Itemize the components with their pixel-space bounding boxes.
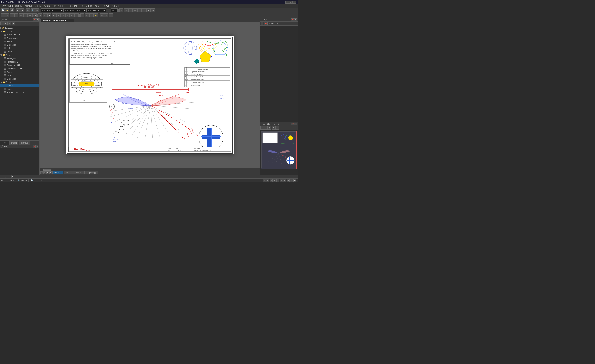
redo-button[interactable]: ↷ <box>20 8 24 12</box>
status-btn-3[interactable]: □ <box>269 179 273 182</box>
snap-btn-5[interactable]: ⌂ <box>137 8 142 12</box>
layer-edit-btn[interactable]: ✏ <box>8 22 11 25</box>
zoom-out-button[interactable]: 🔍 <box>30 8 35 12</box>
snap-btn-6[interactable]: × <box>142 8 146 12</box>
group-btn[interactable]: G <box>89 13 93 17</box>
doc-tab-sample01[interactable]: RootProCAD Sample01.rpcd ✕ <box>40 19 74 22</box>
tree-item-temporary[interactable]: 📁 Temporary <box>0 26 39 30</box>
line-type-combo[interactable]: レイヤ線種（実線） <box>64 8 86 12</box>
tree-item-wave[interactable]: Wave <box>0 70 39 74</box>
grid-btn[interactable]: ⊞ <box>104 13 108 17</box>
draw-line[interactable]: / <box>1 13 5 17</box>
layer-add-btn[interactable]: + <box>0 22 4 25</box>
menu-tools[interactable]: ツール(T) <box>53 4 64 8</box>
vc-pin-button[interactable]: 📌 <box>291 123 294 125</box>
cmd-close-button[interactable]: ✕ <box>294 18 297 21</box>
props-close-button[interactable]: ✕ <box>36 145 38 148</box>
delete-btn[interactable]: ✕ <box>74 13 79 17</box>
vc-zoom-in[interactable]: + <box>260 126 264 130</box>
line-width-combo[interactable]: レイヤ幅（0.13） <box>87 8 106 12</box>
edit-btn[interactable]: ✏ <box>43 13 47 17</box>
scale-btn[interactable]: ⤡ <box>61 13 65 17</box>
tree-item-parts2[interactable]: 📁 Parts 2 <box>0 53 39 57</box>
undo-button[interactable]: ↶ <box>16 8 20 12</box>
tab-layer[interactable]: レイヤ <box>0 141 9 145</box>
options-pin[interactable]: 📌 <box>264 22 268 25</box>
tree-item-dimension-p2[interactable]: Dimension <box>0 77 39 80</box>
maximize-button[interactable]: □ <box>289 0 293 4</box>
ortho-btn[interactable]: ⊏ <box>109 13 113 17</box>
menu-window[interactable]: ウィンドウ(W) <box>94 4 110 8</box>
prop-btn[interactable]: P <box>85 13 89 17</box>
doc-tab-close[interactable]: ✕ <box>70 19 72 21</box>
copy-btn[interactable]: ⊕ <box>52 13 56 17</box>
page-nav-prev[interactable]: ◀ <box>43 171 46 174</box>
page-tab-paper1[interactable]: Paper 1 <box>52 171 63 175</box>
snap-btn-1[interactable]: ⊙ <box>119 8 123 12</box>
draw-rect[interactable]: □ <box>14 13 19 17</box>
open-button[interactable]: 📂 <box>5 8 9 12</box>
menu-addin[interactable]: アドイン(M) <box>64 4 78 8</box>
menu-view[interactable]: 表示(V) <box>24 4 33 8</box>
page-tab-layer-list[interactable]: レイヤ一覧 <box>85 171 98 175</box>
zoom-all-button[interactable]: ⊞ <box>35 8 39 12</box>
tree-item-texts[interactable]: Texts <box>0 87 39 91</box>
snap-btn-8[interactable]: ⊗ <box>151 8 155 12</box>
status-btn-10[interactable]: ◉ <box>293 179 296 182</box>
snap-btn-2[interactable]: ◎ <box>124 8 128 12</box>
tree-item-rootpro-logo[interactable]: RootPro CAD Logo <box>0 91 39 94</box>
status-btn-8[interactable]: ⊗ <box>287 179 290 182</box>
status-btn-2[interactable]: ◎ <box>266 179 269 182</box>
tree-item-paper[interactable]: 📁 Paper <box>0 80 39 84</box>
cmd-pin-button[interactable]: 📌 <box>291 18 294 21</box>
draw-poly[interactable]: ⬡ <box>19 13 23 17</box>
tab-parts[interactable]: 作図部品 <box>19 141 30 145</box>
vc-close-button[interactable]: ✕ <box>294 123 297 125</box>
new-button[interactable]: 📄 <box>1 8 5 12</box>
horizontal-scrollbar[interactable] <box>40 168 260 170</box>
script-icon[interactable]: ▶ <box>11 175 14 178</box>
move-btn[interactable]: ✥ <box>47 13 51 17</box>
draw-hatch[interactable]: ▨ <box>28 13 32 17</box>
tree-item-geometric-pattern[interactable]: Geometric pattern <box>0 67 39 70</box>
print-btn[interactable]: 🖨 <box>100 13 104 17</box>
status-btn-7[interactable]: ✕ <box>283 179 286 182</box>
tree-item-table[interactable]: Table <box>0 50 39 53</box>
menu-settings[interactable]: 設定(S) <box>43 4 52 8</box>
draw-circle[interactable]: ○ <box>5 13 9 17</box>
draw-arc[interactable]: ◠ <box>10 13 14 17</box>
panel-pin-button[interactable]: 📌 <box>33 18 36 21</box>
layer-del-btn[interactable]: ✕ <box>4 22 7 25</box>
scrollbar-thumb[interactable] <box>43 169 51 170</box>
minimize-button[interactable]: ─ <box>285 0 289 4</box>
close-button[interactable]: ✕ <box>293 0 296 4</box>
tree-item-frame[interactable]: Frame <box>0 84 39 87</box>
page-nav-last[interactable]: ▶| <box>50 171 52 174</box>
vc-grid[interactable]: ⊹ <box>276 126 279 130</box>
menu-script[interactable]: スクリプト(B) <box>78 4 94 8</box>
select-btn[interactable]: ↖ <box>38 13 42 17</box>
draw-text[interactable]: A <box>23 13 28 17</box>
layer-btn[interactable]: L <box>80 13 85 17</box>
save-button[interactable]: 💾 <box>10 8 14 12</box>
snap-btn-7[interactable]: ⊕ <box>147 8 151 12</box>
props-pin-button[interactable]: 📌 <box>33 145 36 148</box>
drawing-viewport[interactable]: RootPro CAD is 2D general-purpose CAD so… <box>40 22 260 168</box>
vc-pan[interactable]: ✥ <box>272 126 275 130</box>
layer-color-combo[interactable]: レイヤ色（黒） <box>41 8 64 12</box>
page-tab-parts2[interactable]: Parts 2 <box>74 171 84 175</box>
tab-partial-view[interactable]: 部分図 <box>9 141 19 145</box>
status-btn-6[interactable]: ⊞ <box>280 179 283 182</box>
layer-tree[interactable]: 📁 Temporary 📁 Parts 1 Arrow Outside Arro… <box>0 26 39 140</box>
page-nav-next[interactable]: ▶ <box>46 171 49 174</box>
snap-btn-4[interactable]: □ <box>133 8 137 12</box>
page-nav-first[interactable]: |◀ <box>40 171 43 174</box>
angle-input[interactable] <box>111 8 118 12</box>
menu-help[interactable]: ヘルプ(H) <box>110 4 122 8</box>
tree-item-pentagons1[interactable]: Pentagons 1 <box>0 57 39 60</box>
tree-item-hole[interactable]: Hole <box>0 47 39 50</box>
tree-item-transparent-fill[interactable]: Transparent fill <box>0 63 39 67</box>
status-btn-9[interactable]: ⊘ <box>290 179 293 182</box>
tree-item-pentagons2[interactable]: Pentagons 2 <box>0 60 39 63</box>
tree-item-dimension[interactable]: Dimension <box>0 43 39 47</box>
